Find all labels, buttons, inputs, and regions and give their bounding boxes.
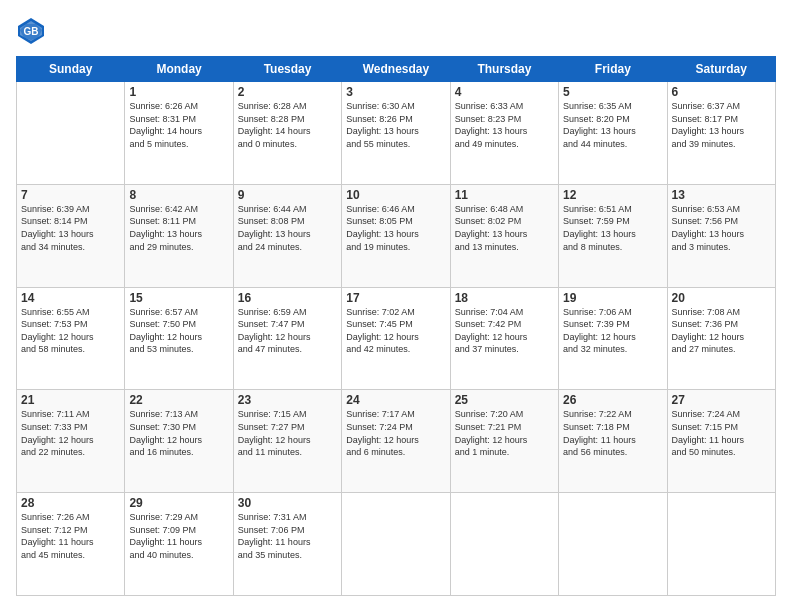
day-info: Sunrise: 6:28 AM Sunset: 8:28 PM Dayligh… [238,100,337,150]
calendar-cell: 6Sunrise: 6:37 AM Sunset: 8:17 PM Daylig… [667,82,775,185]
day-info: Sunrise: 7:15 AM Sunset: 7:27 PM Dayligh… [238,408,337,458]
day-info: Sunrise: 6:35 AM Sunset: 8:20 PM Dayligh… [563,100,662,150]
week-row-3: 14Sunrise: 6:55 AM Sunset: 7:53 PM Dayli… [17,287,776,390]
calendar-cell: 7Sunrise: 6:39 AM Sunset: 8:14 PM Daylig… [17,184,125,287]
day-number: 28 [21,496,120,510]
day-info: Sunrise: 7:26 AM Sunset: 7:12 PM Dayligh… [21,511,120,561]
weekday-header-saturday: Saturday [667,57,775,82]
weekday-header-wednesday: Wednesday [342,57,450,82]
calendar-cell [667,493,775,596]
weekday-header-row: SundayMondayTuesdayWednesdayThursdayFrid… [17,57,776,82]
day-number: 8 [129,188,228,202]
calendar-cell: 29Sunrise: 7:29 AM Sunset: 7:09 PM Dayli… [125,493,233,596]
day-info: Sunrise: 7:17 AM Sunset: 7:24 PM Dayligh… [346,408,445,458]
day-number: 18 [455,291,554,305]
calendar-cell: 15Sunrise: 6:57 AM Sunset: 7:50 PM Dayli… [125,287,233,390]
calendar-cell [450,493,558,596]
day-number: 9 [238,188,337,202]
day-info: Sunrise: 6:51 AM Sunset: 7:59 PM Dayligh… [563,203,662,253]
day-info: Sunrise: 7:13 AM Sunset: 7:30 PM Dayligh… [129,408,228,458]
day-info: Sunrise: 7:31 AM Sunset: 7:06 PM Dayligh… [238,511,337,561]
day-info: Sunrise: 6:42 AM Sunset: 8:11 PM Dayligh… [129,203,228,253]
day-number: 21 [21,393,120,407]
day-number: 5 [563,85,662,99]
day-info: Sunrise: 6:30 AM Sunset: 8:26 PM Dayligh… [346,100,445,150]
day-info: Sunrise: 7:11 AM Sunset: 7:33 PM Dayligh… [21,408,120,458]
weekday-header-sunday: Sunday [17,57,125,82]
calendar-cell: 3Sunrise: 6:30 AM Sunset: 8:26 PM Daylig… [342,82,450,185]
calendar-cell: 21Sunrise: 7:11 AM Sunset: 7:33 PM Dayli… [17,390,125,493]
calendar-cell: 17Sunrise: 7:02 AM Sunset: 7:45 PM Dayli… [342,287,450,390]
header: GB [16,16,776,46]
day-number: 12 [563,188,662,202]
day-info: Sunrise: 7:06 AM Sunset: 7:39 PM Dayligh… [563,306,662,356]
calendar-cell: 13Sunrise: 6:53 AM Sunset: 7:56 PM Dayli… [667,184,775,287]
calendar-cell [559,493,667,596]
calendar-cell: 23Sunrise: 7:15 AM Sunset: 7:27 PM Dayli… [233,390,341,493]
day-number: 25 [455,393,554,407]
calendar-cell: 11Sunrise: 6:48 AM Sunset: 8:02 PM Dayli… [450,184,558,287]
day-info: Sunrise: 7:08 AM Sunset: 7:36 PM Dayligh… [672,306,771,356]
day-info: Sunrise: 6:44 AM Sunset: 8:08 PM Dayligh… [238,203,337,253]
week-row-5: 28Sunrise: 7:26 AM Sunset: 7:12 PM Dayli… [17,493,776,596]
day-number: 11 [455,188,554,202]
day-number: 2 [238,85,337,99]
calendar-cell: 24Sunrise: 7:17 AM Sunset: 7:24 PM Dayli… [342,390,450,493]
day-info: Sunrise: 7:04 AM Sunset: 7:42 PM Dayligh… [455,306,554,356]
day-info: Sunrise: 7:24 AM Sunset: 7:15 PM Dayligh… [672,408,771,458]
day-info: Sunrise: 6:39 AM Sunset: 8:14 PM Dayligh… [21,203,120,253]
logo: GB [16,16,50,46]
calendar-cell: 28Sunrise: 7:26 AM Sunset: 7:12 PM Dayli… [17,493,125,596]
day-number: 19 [563,291,662,305]
calendar-cell: 20Sunrise: 7:08 AM Sunset: 7:36 PM Dayli… [667,287,775,390]
day-number: 29 [129,496,228,510]
calendar-cell: 14Sunrise: 6:55 AM Sunset: 7:53 PM Dayli… [17,287,125,390]
day-info: Sunrise: 7:22 AM Sunset: 7:18 PM Dayligh… [563,408,662,458]
day-number: 1 [129,85,228,99]
day-number: 26 [563,393,662,407]
calendar-cell: 9Sunrise: 6:44 AM Sunset: 8:08 PM Daylig… [233,184,341,287]
day-info: Sunrise: 7:02 AM Sunset: 7:45 PM Dayligh… [346,306,445,356]
week-row-4: 21Sunrise: 7:11 AM Sunset: 7:33 PM Dayli… [17,390,776,493]
calendar-cell: 2Sunrise: 6:28 AM Sunset: 8:28 PM Daylig… [233,82,341,185]
calendar-cell: 30Sunrise: 7:31 AM Sunset: 7:06 PM Dayli… [233,493,341,596]
calendar-cell [17,82,125,185]
day-info: Sunrise: 6:59 AM Sunset: 7:47 PM Dayligh… [238,306,337,356]
calendar-cell: 10Sunrise: 6:46 AM Sunset: 8:05 PM Dayli… [342,184,450,287]
day-info: Sunrise: 6:53 AM Sunset: 7:56 PM Dayligh… [672,203,771,253]
calendar-table: SundayMondayTuesdayWednesdayThursdayFrid… [16,56,776,596]
week-row-2: 7Sunrise: 6:39 AM Sunset: 8:14 PM Daylig… [17,184,776,287]
calendar-cell: 12Sunrise: 6:51 AM Sunset: 7:59 PM Dayli… [559,184,667,287]
day-number: 6 [672,85,771,99]
calendar-cell: 25Sunrise: 7:20 AM Sunset: 7:21 PM Dayli… [450,390,558,493]
day-number: 13 [672,188,771,202]
day-number: 30 [238,496,337,510]
day-number: 24 [346,393,445,407]
calendar-cell: 16Sunrise: 6:59 AM Sunset: 7:47 PM Dayli… [233,287,341,390]
day-info: Sunrise: 6:57 AM Sunset: 7:50 PM Dayligh… [129,306,228,356]
calendar-cell: 22Sunrise: 7:13 AM Sunset: 7:30 PM Dayli… [125,390,233,493]
day-info: Sunrise: 6:46 AM Sunset: 8:05 PM Dayligh… [346,203,445,253]
svg-text:GB: GB [24,26,39,37]
day-info: Sunrise: 7:29 AM Sunset: 7:09 PM Dayligh… [129,511,228,561]
calendar-cell: 27Sunrise: 7:24 AM Sunset: 7:15 PM Dayli… [667,390,775,493]
calendar-cell: 18Sunrise: 7:04 AM Sunset: 7:42 PM Dayli… [450,287,558,390]
day-info: Sunrise: 6:55 AM Sunset: 7:53 PM Dayligh… [21,306,120,356]
day-number: 10 [346,188,445,202]
calendar-cell: 1Sunrise: 6:26 AM Sunset: 8:31 PM Daylig… [125,82,233,185]
calendar-cell: 5Sunrise: 6:35 AM Sunset: 8:20 PM Daylig… [559,82,667,185]
calendar-cell: 19Sunrise: 7:06 AM Sunset: 7:39 PM Dayli… [559,287,667,390]
day-number: 23 [238,393,337,407]
day-info: Sunrise: 7:20 AM Sunset: 7:21 PM Dayligh… [455,408,554,458]
day-number: 16 [238,291,337,305]
calendar-cell: 8Sunrise: 6:42 AM Sunset: 8:11 PM Daylig… [125,184,233,287]
page: GB SundayMondayTuesdayWednesdayThursdayF… [0,0,792,612]
day-number: 3 [346,85,445,99]
day-number: 14 [21,291,120,305]
weekday-header-friday: Friday [559,57,667,82]
day-number: 4 [455,85,554,99]
day-info: Sunrise: 6:37 AM Sunset: 8:17 PM Dayligh… [672,100,771,150]
day-number: 27 [672,393,771,407]
weekday-header-thursday: Thursday [450,57,558,82]
day-info: Sunrise: 6:48 AM Sunset: 8:02 PM Dayligh… [455,203,554,253]
